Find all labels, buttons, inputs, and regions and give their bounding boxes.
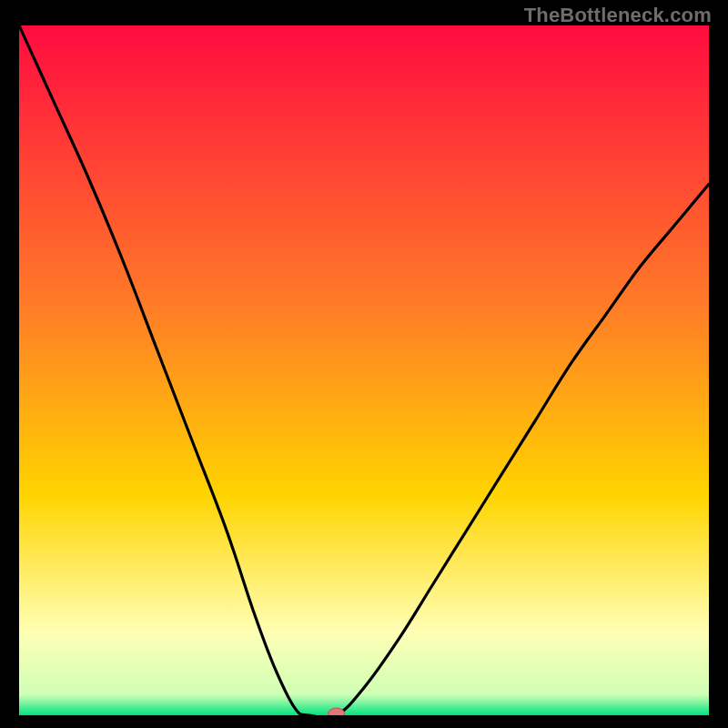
plot-area [19, 25, 709, 715]
watermark-text: TheBottleneck.com [524, 4, 712, 27]
bottleneck-curve-chart [19, 25, 709, 715]
chart-frame: TheBottleneck.com [0, 0, 728, 728]
optimum-marker [329, 708, 345, 715]
gradient-background [19, 25, 709, 715]
